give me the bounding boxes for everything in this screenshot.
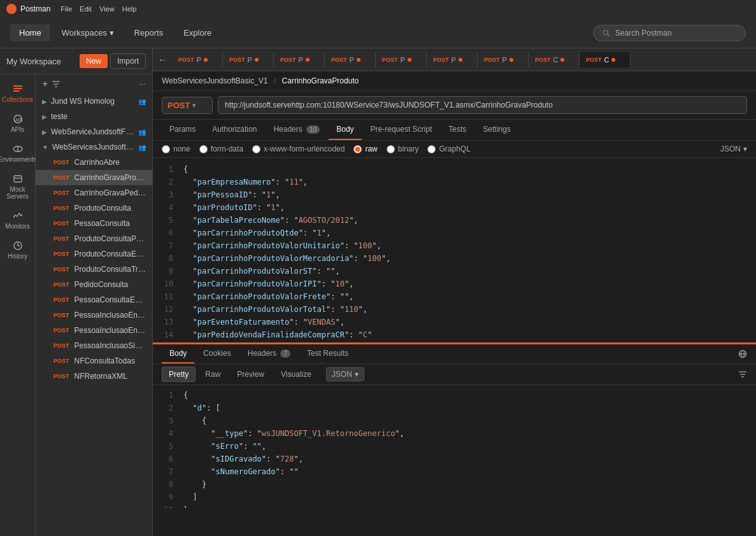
sidebar-wrapper: Collections API APIs Environments — [0, 74, 152, 536]
request-item-pessoa-inclusao-simplificada[interactable]: POST PessoaInclusaoSimplificada — [36, 338, 152, 353]
request-item-produto-consulta[interactable]: POST ProdutoConsulta — [36, 201, 152, 216]
sidebar-item-history[interactable]: History — [2, 236, 34, 264]
tab-post-6[interactable]: POST P — [478, 52, 529, 67]
sidebar-item-monitors[interactable]: Monitors — [2, 206, 34, 234]
team-icon: 👥 — [138, 144, 146, 151]
menu-help[interactable]: Help — [122, 5, 137, 13]
tab-post-8-active[interactable]: POST C — [580, 52, 631, 67]
request-item-carrinho-grava-produto[interactable]: POST CarrinhoGravaProduto — [36, 170, 152, 185]
monitors-icon — [12, 210, 24, 222]
request-item-pessoa-consulta-endereco[interactable]: POST PessoaConsultaEnderecoEntregaCobran… — [36, 292, 152, 307]
import-button[interactable]: Import — [110, 53, 146, 69]
resp-fmt-pretty[interactable]: Pretty — [162, 367, 196, 382]
nav-explore[interactable]: Explore — [175, 24, 220, 41]
url-input[interactable] — [218, 96, 747, 114]
request-item-nf-consulta-todas[interactable]: POST NFConsultaTodas — [36, 353, 152, 369]
resp-action-icons — [738, 370, 747, 379]
method-tag: POST — [53, 266, 69, 272]
tab-post-1[interactable]: POST P — [223, 52, 274, 67]
menu-edit[interactable]: Edit — [80, 5, 92, 13]
body-opt-form-data[interactable]: form-data — [199, 145, 243, 153]
request-item-produto-consulta-tributacao[interactable]: POST ProdutoConsultaTributacao — [36, 262, 152, 277]
request-item-produto-consulta-estoque[interactable]: POST ProdutoConsultaEstoque — [36, 246, 152, 262]
request-item-pedido-consulta[interactable]: POST PedidoConsulta — [36, 277, 152, 292]
request-item-pessoa-inclusao-endereco-cobranca[interactable]: POST PessoaInclusaoEnderecoCobranca — [36, 307, 152, 323]
collection-item-teste[interactable]: ▶ teste — [36, 109, 152, 124]
new-button[interactable]: New — [80, 54, 108, 68]
tab-modified-dot — [611, 58, 615, 62]
more-options-icon[interactable]: ··· — [139, 80, 146, 88]
tab-authorization[interactable]: Authorization — [204, 120, 264, 140]
resp-tab-cookies[interactable]: Cookies — [196, 344, 238, 363]
tab-post-2[interactable]: POST P — [274, 52, 325, 67]
tab-post-4[interactable]: POST P — [376, 52, 427, 67]
breadcrumb-sep: / — [274, 76, 276, 85]
body-opt-none[interactable]: none — [162, 145, 190, 153]
resp-tab-test-results[interactable]: Test Results — [299, 344, 356, 363]
tab-headers[interactable]: Headers 10 — [266, 120, 327, 140]
request-name: CarrinhoAbre — [75, 158, 146, 167]
sidebar-item-apis[interactable]: API APIs — [2, 109, 34, 137]
request-item-carrinho-grava-pedido[interactable]: POST CarrinhoGravaPedido — [36, 185, 152, 201]
collection-item-jund[interactable]: ▶ Jund WS Homolog 👥 — [36, 94, 152, 109]
sidebar-icons: Collections API APIs Environments — [0, 74, 36, 536]
filter-icon[interactable] — [52, 80, 61, 88]
sidebar-item-mock-servers[interactable]: Mock Servers — [2, 169, 34, 204]
menu-view[interactable]: View — [99, 5, 115, 13]
tab-post-0[interactable]: POST P — [172, 52, 223, 67]
resp-fmt-preview[interactable]: Preview — [230, 367, 271, 382]
resp-format-selector[interactable]: JSON ▾ — [326, 367, 364, 381]
collection-item-basic[interactable]: ▼ WebServicesJundsoftBasic_V1 👥 — [36, 139, 152, 155]
response-tabs: Body Cookies Headers 7 Test Results — [153, 344, 756, 364]
nav-home[interactable]: Home — [10, 24, 50, 41]
request-name: PessoaConsulta — [75, 219, 146, 228]
tab-body[interactable]: Body — [329, 120, 361, 140]
request-item-carrinho-abre[interactable]: POST CarrinhoAbre — [36, 155, 152, 170]
request-name: ProdutoConsultaEstoque — [75, 250, 146, 258]
search-bar[interactable]: Search Postman — [593, 25, 746, 41]
method-tag: POST — [53, 236, 69, 242]
resp-line-numbers: 12345 678910 — [153, 389, 178, 504]
tabs-back-arrow[interactable]: ← — [153, 55, 172, 65]
menu-file[interactable]: File — [61, 5, 72, 13]
tab-post-3[interactable]: POST P — [325, 52, 376, 67]
collection-item-full[interactable]: ▶ WebServiceJundsoftFull_V1 👥 — [36, 124, 152, 139]
sidebar-item-environments[interactable]: Environments — [2, 139, 34, 167]
nav-reports[interactable]: Reports — [125, 24, 173, 41]
tab-params[interactable]: Params — [162, 120, 203, 140]
add-collection-icon[interactable]: + — [42, 78, 48, 90]
line-numbers: 12345 678910 1112131415 — [153, 163, 178, 337]
resp-tab-body[interactable]: Body — [162, 344, 194, 363]
request-name: PessoaInclusaoEnderecoEntrega — [75, 326, 146, 335]
tab-modified-dot — [357, 58, 360, 62]
tab-post-5[interactable]: POST P — [427, 52, 478, 67]
request-body-code: { "parEmpresaNumero": "11", "parPessoaID… — [178, 163, 756, 337]
body-opt-raw[interactable]: raw — [353, 145, 377, 153]
filter-resp-icon[interactable] — [738, 370, 747, 379]
method-selector[interactable]: POST ▾ — [162, 97, 213, 114]
request-item-nf-retorna-xml[interactable]: POST NFRetornaXML — [36, 369, 152, 384]
sidebar-item-collections[interactable]: Collections — [2, 80, 34, 107]
body-format-selector[interactable]: JSON ▾ — [720, 145, 747, 153]
menu-bar: File Edit View Help — [61, 5, 136, 13]
tab-settings[interactable]: Settings — [475, 120, 518, 140]
resp-fmt-visualize[interactable]: Visualize — [274, 367, 318, 382]
request-item-pessoa-inclusao-endereco-entrega[interactable]: POST PessoaInclusaoEnderecoEntrega — [36, 323, 152, 338]
nav-workspaces[interactable]: Workspaces ▾ — [53, 24, 123, 41]
request-item-pessoa-consulta[interactable]: POST PessoaConsulta — [36, 216, 152, 231]
body-opt-graphql[interactable]: GraphQL — [427, 145, 470, 153]
resp-fmt-raw[interactable]: Raw — [198, 367, 227, 382]
tab-modified-dot — [255, 58, 259, 62]
request-name: CarrinhoGravaPedido — [75, 188, 146, 197]
resp-tab-headers[interactable]: Headers 7 — [240, 344, 298, 363]
request-body-editor[interactable]: 12345 678910 1112131415 { "parEmpresaNum… — [153, 158, 756, 342]
body-opt-binary[interactable]: binary — [387, 145, 419, 153]
request-item-produto-consulta-preco[interactable]: POST ProdutoConsultaPreco — [36, 231, 152, 246]
search-placeholder: Search Postman — [615, 29, 672, 38]
tab-pre-request-script[interactable]: Pre-request Script — [363, 120, 440, 140]
tab-post-7[interactable]: POST C — [529, 52, 580, 67]
collection-name: teste — [51, 112, 146, 121]
globe-icon — [738, 349, 747, 358]
tab-tests[interactable]: Tests — [441, 120, 474, 140]
body-opt-urlencoded[interactable]: x-www-form-urlencoded — [252, 145, 345, 153]
